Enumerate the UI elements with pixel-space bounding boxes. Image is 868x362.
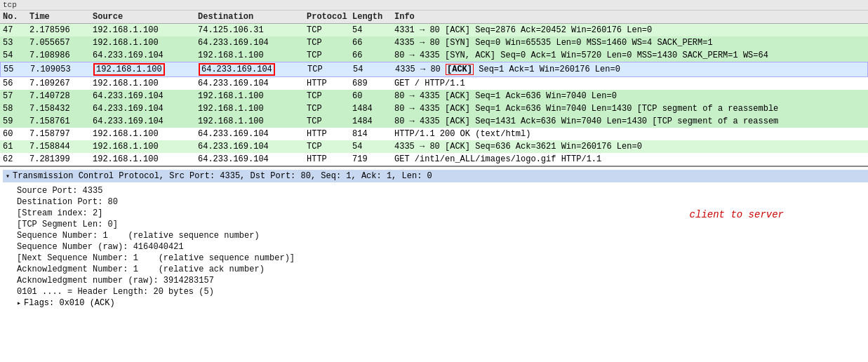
header-time: Time [27, 11, 90, 22]
col-len: 54 [349, 141, 392, 152]
header-no: No. [0, 11, 27, 22]
col-len: 66 [349, 50, 392, 61]
col-source: 192.168.1.100 [90, 128, 195, 140]
detail-line: Sequence Number (raw): 4164040421 [3, 241, 868, 253]
col-time: 7.281399 [27, 154, 90, 165]
client-to-server-label: client to server [690, 209, 784, 220]
detail-lines-container: Source Port: 4335Destination Port: 80[St… [3, 185, 868, 297]
col-dest: 192.168.1.100 [195, 103, 304, 114]
col-dest: 64.233.169.104 [195, 78, 304, 89]
table-row[interactable]: 537.055657192.168.1.10064.233.169.104TCP… [0, 36, 868, 49]
col-info: 4335 → 80 [SYN] Seq=0 Win=65535 Len=0 MS… [392, 37, 868, 48]
col-proto: TCP [304, 37, 349, 48]
title-text: tcp [3, 1, 17, 9]
table-row[interactable]: 577.14072864.233.169.104192.168.1.100TCP… [0, 90, 868, 102]
detail-line: Acknowledgment number (raw): 3914283157 [3, 275, 868, 286]
header-info: Info [392, 11, 868, 22]
col-info: GET /intl/en_ALL/images/logo.gif HTTP/1.… [392, 154, 868, 165]
col-info: 4331 → 80 [ACK] Seq=2876 Ack=20452 Win=2… [392, 25, 868, 36]
flags-row[interactable]: ▸ Flags: 0x010 (ACK) [3, 297, 868, 309]
col-time: 7.158761 [27, 116, 90, 127]
col-source: 64.233.169.104 [90, 90, 195, 102]
col-no: 53 [0, 37, 27, 48]
col-len: 60 [349, 90, 392, 102]
col-source: 192.168.1.100 [90, 25, 195, 36]
col-source: 192.168.1.100 [90, 37, 195, 48]
col-source: 64.233.169.104 [90, 103, 195, 114]
col-len: 54 [349, 25, 392, 36]
table-row[interactable]: 617.158844192.168.1.10064.233.169.104TCP… [0, 140, 868, 153]
col-len: 66 [349, 37, 392, 48]
detail-line: [TCP Segment Len: 0] [3, 219, 868, 230]
col-no: 47 [0, 25, 27, 36]
detail-line: [Next Sequence Number: 1 (relative seque… [3, 253, 868, 264]
col-dest: 192.168.1.100 [195, 116, 304, 127]
col-proto: TCP [304, 103, 349, 114]
packet-rows: 472.178596192.168.1.10074.125.106.31TCP5… [0, 24, 868, 166]
detail-header-text: Transmission Control Protocol, Src Port:… [13, 171, 432, 181]
col-len: 1484 [349, 116, 392, 127]
col-info: HTTP/1.1 200 OK (text/html) [392, 128, 868, 140]
header-destination: Destination [195, 11, 304, 22]
col-info: 80 → 4335 [ACK] Seq=1 Ack=636 Win=7040 L… [392, 103, 868, 114]
col-time: 2.178596 [27, 25, 90, 36]
col-info: 4335 → 80 [ACK] Seq=1 Ack=1 Win=260176 L… [392, 64, 867, 75]
packet-list: No. Time Source Destination Protocol Len… [0, 11, 868, 167]
table-row[interactable]: 472.178596192.168.1.10074.125.106.31TCP5… [0, 24, 868, 36]
col-time: 7.158844 [27, 141, 90, 152]
header-length: Length [349, 11, 392, 22]
col-proto: TCP [304, 25, 349, 36]
col-info: 80 → 4335 [SYN, ACK] Seq=0 Ack=1 Win=572… [392, 50, 868, 61]
col-time: 7.055657 [27, 37, 90, 48]
col-source: 64.233.169.104 [90, 50, 195, 61]
col-time: 7.158797 [27, 128, 90, 140]
header-source: Source [90, 11, 195, 22]
col-len: 54 [350, 64, 392, 75]
col-no: 54 [0, 50, 27, 61]
col-proto: TCP [304, 50, 349, 61]
flags-text: Flags: 0x010 (ACK) [24, 298, 115, 308]
col-time: 7.108986 [27, 50, 90, 61]
col-len: 689 [349, 78, 392, 89]
detail-line: Source Port: 4335 [3, 185, 868, 196]
detail-line: Acknowledgment Number: 1 (relative ack n… [3, 264, 868, 275]
col-dest: 192.168.1.100 [195, 50, 304, 61]
table-row[interactable]: 557.109053192.168.1.10064.233.169.104TCP… [0, 62, 868, 77]
col-no: 55 [1, 64, 27, 75]
col-no: 56 [0, 78, 27, 89]
col-dest: 64.233.169.104 [195, 128, 304, 140]
col-dest: 74.125.106.31 [195, 25, 304, 36]
table-row[interactable]: 597.15876164.233.169.104192.168.1.100TCP… [0, 115, 868, 128]
header-protocol: Protocol [304, 11, 349, 22]
detail-line: Destination Port: 80 [3, 196, 868, 208]
table-row[interactable]: 627.281399192.168.1.10064.233.169.104HTT… [0, 153, 868, 166]
tcp-detail-header[interactable]: ▾ Transmission Control Protocol, Src Por… [3, 170, 868, 182]
col-info: 80 → 4335 [ACK] Seq=1 Ack=636 Win=7040 L… [392, 90, 868, 102]
col-proto: TCP [304, 116, 349, 127]
col-len: 1484 [349, 103, 392, 114]
col-source: 192.168.1.100 [90, 78, 195, 89]
col-dest: 64.233.169.104 [196, 62, 305, 76]
table-row[interactable]: 607.158797192.168.1.10064.233.169.104HTT… [0, 128, 868, 140]
detail-arrow: ▾ [6, 172, 10, 180]
col-info: GET / HTTP/1.1 [392, 78, 868, 89]
table-row[interactable]: 547.10898664.233.169.104192.168.1.100TCP… [0, 49, 868, 62]
col-dest: 192.168.1.100 [195, 90, 304, 102]
col-no: 58 [0, 103, 27, 114]
table-row[interactable]: 587.15843264.233.169.104192.168.1.100TCP… [0, 102, 868, 115]
col-time: 7.109053 [27, 64, 91, 75]
col-dest: 64.233.169.104 [195, 154, 304, 165]
col-no: 62 [0, 154, 27, 165]
col-source: 64.233.169.104 [90, 116, 195, 127]
col-proto: TCP [305, 64, 350, 75]
flags-arrow: ▸ [17, 299, 21, 307]
col-len: 719 [349, 154, 392, 165]
table-row[interactable]: 567.109267192.168.1.10064.233.169.104HTT… [0, 77, 868, 90]
detail-pane: ▾ Transmission Control Protocol, Src Por… [0, 167, 868, 328]
title-bar: tcp [0, 0, 868, 11]
col-proto: HTTP [304, 154, 349, 165]
col-dest: 64.233.169.104 [195, 37, 304, 48]
col-info: 80 → 4335 [ACK] Seq=1431 Ack=636 Win=704… [392, 116, 868, 127]
col-source: 192.168.1.100 [90, 141, 195, 152]
detail-line: 0101 .... = Header Length: 20 bytes (5) [3, 286, 868, 297]
